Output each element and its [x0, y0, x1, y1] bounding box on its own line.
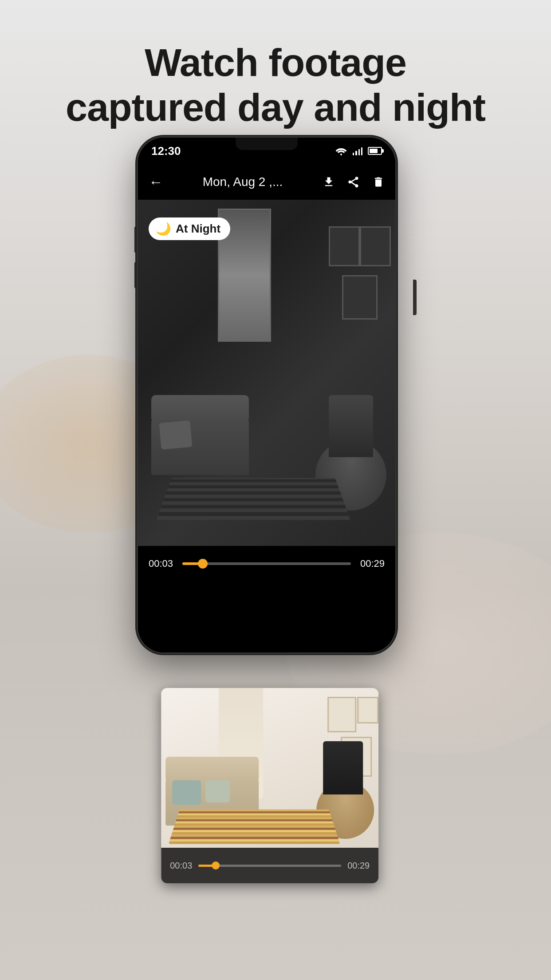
color-scrubber[interactable]: 00:03 00:29: [161, 848, 378, 883]
phone-screen: 12:30: [138, 138, 395, 652]
wall-frame-1: [329, 226, 360, 266]
scrubber-area[interactable]: 00:03 00:29: [138, 546, 395, 581]
delete-icon[interactable]: [372, 176, 385, 188]
sofa-pillow: [159, 420, 193, 450]
wall-frame-2: [360, 226, 391, 266]
video-area[interactable]: 🌙 At Night 00:03 00:29: [138, 200, 395, 652]
recording-title: Mon, Aug 2 ,...: [170, 175, 315, 189]
top-bar: ← Mon, Aug 2 ,...: [138, 164, 395, 200]
svg-point-0: [340, 154, 342, 155]
scrubber-thumb[interactable]: [198, 559, 208, 569]
color-scrubber-thumb[interactable]: [212, 861, 220, 869]
headline-section: Watch footage captured day and night: [0, 40, 551, 130]
chair: [329, 395, 373, 457]
scrubber-track[interactable]: [182, 562, 351, 565]
phone-screen-container: 12:30: [138, 138, 395, 652]
night-badge: 🌙 At Night: [149, 217, 230, 240]
color-sofa-back: [165, 757, 259, 779]
sofa: [151, 417, 249, 475]
current-time: 00:03: [149, 558, 175, 569]
power-button: [413, 280, 417, 315]
status-icons: [335, 146, 382, 155]
sofa-back: [151, 395, 249, 419]
color-current-time: 00:03: [170, 861, 192, 871]
status-time: 12:30: [151, 144, 181, 158]
signal-icon: [353, 146, 362, 155]
battery-icon: [368, 147, 382, 155]
share-icon[interactable]: [347, 176, 360, 188]
end-time: 00:29: [358, 558, 385, 569]
phone-device: 12:30: [138, 138, 413, 697]
top-actions: [323, 176, 385, 188]
download-icon[interactable]: [323, 176, 335, 188]
color-chair: [323, 741, 363, 794]
night-label: At Night: [176, 222, 220, 236]
camera-feed-night: 🌙 At Night: [138, 200, 395, 546]
night-room: [138, 200, 395, 546]
color-scrubber-track[interactable]: [198, 865, 341, 867]
moon-icon: 🌙: [156, 223, 171, 235]
rug: [156, 478, 350, 520]
color-room: [161, 688, 378, 848]
wifi-icon: [335, 146, 347, 155]
phone-notch: [236, 138, 298, 150]
back-button[interactable]: ←: [149, 174, 163, 190]
bottom-black: [138, 581, 395, 652]
volume-up-button: [134, 226, 138, 253]
headline-text-line1: Watch footage: [0, 40, 551, 85]
color-day-thumbnail[interactable]: 00:03 00:29: [161, 688, 378, 883]
color-frame-1: [327, 697, 356, 732]
color-sofa-pillow2: [205, 780, 230, 802]
color-frame-2: [357, 697, 378, 723]
wall-frame-3: [342, 275, 378, 320]
headline-text-line2: captured day and night: [0, 85, 551, 130]
volume-down-button: [134, 262, 138, 288]
color-rug: [169, 810, 340, 844]
color-sofa-pillow1: [172, 780, 201, 805]
color-end-time: 00:29: [347, 861, 370, 871]
